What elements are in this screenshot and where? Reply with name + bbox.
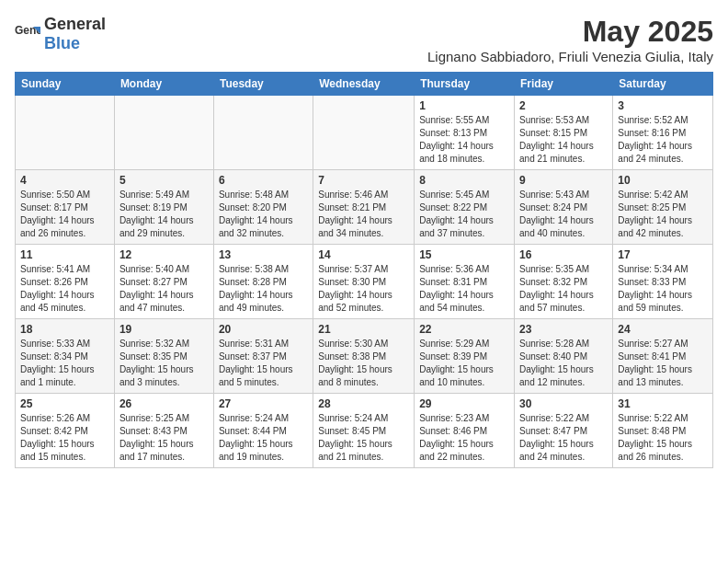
calendar-cell: 8Sunrise: 5:45 AMSunset: 8:22 PMDaylight… — [415, 170, 515, 245]
calendar-cell: 12Sunrise: 5:40 AMSunset: 8:27 PMDayligh… — [114, 245, 213, 319]
calendar-cell: 21Sunrise: 5:30 AMSunset: 8:38 PMDayligh… — [313, 319, 415, 394]
day-number: 13 — [219, 248, 308, 261]
day-info: Sunrise: 5:40 AMSunset: 8:27 PMDaylight:… — [119, 263, 209, 315]
day-info: Sunrise: 5:26 AMSunset: 8:42 PMDaylight:… — [20, 412, 109, 464]
day-info: Sunrise: 5:30 AMSunset: 8:38 PMDaylight:… — [318, 338, 409, 389]
day-number: 5 — [119, 174, 209, 187]
day-info: Sunrise: 5:22 AMSunset: 8:47 PMDaylight:… — [519, 412, 608, 464]
calendar-cell: 10Sunrise: 5:42 AMSunset: 8:25 PMDayligh… — [613, 170, 713, 245]
calendar-cell: 19Sunrise: 5:32 AMSunset: 8:35 PMDayligh… — [114, 319, 213, 394]
day-info: Sunrise: 5:49 AMSunset: 8:19 PMDaylight:… — [119, 189, 209, 240]
calendar-cell — [213, 96, 313, 170]
calendar-subtitle: Lignano Sabbiadoro, Friuli Venezia Giuli… — [427, 49, 713, 64]
day-number: 24 — [618, 323, 708, 336]
day-info: Sunrise: 5:25 AMSunset: 8:43 PMDaylight:… — [119, 412, 209, 464]
day-number: 1 — [419, 99, 509, 112]
calendar-cell: 13Sunrise: 5:38 AMSunset: 8:28 PMDayligh… — [213, 245, 313, 319]
calendar-cell: 17Sunrise: 5:34 AMSunset: 8:33 PMDayligh… — [613, 245, 713, 319]
calendar-cell: 11Sunrise: 5:41 AMSunset: 8:26 PMDayligh… — [16, 245, 115, 319]
day-number: 31 — [618, 397, 708, 410]
day-info: Sunrise: 5:41 AMSunset: 8:26 PMDaylight:… — [20, 263, 109, 315]
calendar-cell: 3Sunrise: 5:52 AMSunset: 8:16 PMDaylight… — [613, 96, 713, 170]
calendar-cell: 2Sunrise: 5:53 AMSunset: 8:15 PMDaylight… — [515, 96, 613, 170]
calendar-cell — [114, 96, 213, 170]
day-info: Sunrise: 5:23 AMSunset: 8:46 PMDaylight:… — [419, 412, 509, 464]
calendar-cell: 28Sunrise: 5:24 AMSunset: 8:45 PMDayligh… — [313, 394, 415, 468]
week-row-4: 18Sunrise: 5:33 AMSunset: 8:34 PMDayligh… — [16, 319, 713, 394]
title-block: May 2025 Lignano Sabbiadoro, Friuli Vene… — [427, 15, 713, 64]
calendar-cell: 6Sunrise: 5:48 AMSunset: 8:20 PMDaylight… — [213, 170, 313, 245]
day-number: 26 — [119, 397, 209, 410]
calendar-cell: 27Sunrise: 5:24 AMSunset: 8:44 PMDayligh… — [213, 394, 313, 468]
logo-general: General — [44, 15, 106, 33]
calendar-cell: 23Sunrise: 5:28 AMSunset: 8:40 PMDayligh… — [515, 319, 613, 394]
calendar-cell — [313, 96, 415, 170]
calendar-cell: 22Sunrise: 5:29 AMSunset: 8:39 PMDayligh… — [415, 319, 515, 394]
day-info: Sunrise: 5:42 AMSunset: 8:25 PMDaylight:… — [618, 189, 708, 240]
day-info: Sunrise: 5:22 AMSunset: 8:48 PMDaylight:… — [618, 412, 708, 464]
col-header-monday: Monday — [114, 73, 213, 96]
day-info: Sunrise: 5:50 AMSunset: 8:17 PMDaylight:… — [20, 189, 109, 240]
day-number: 7 — [318, 174, 409, 187]
logo-icon: General — [15, 21, 40, 47]
day-number: 30 — [519, 397, 608, 410]
calendar-cell: 25Sunrise: 5:26 AMSunset: 8:42 PMDayligh… — [16, 394, 115, 468]
day-info: Sunrise: 5:37 AMSunset: 8:30 PMDaylight:… — [318, 263, 409, 315]
week-row-3: 11Sunrise: 5:41 AMSunset: 8:26 PMDayligh… — [16, 245, 713, 319]
logo-blue: Blue — [44, 34, 80, 52]
calendar-cell: 14Sunrise: 5:37 AMSunset: 8:30 PMDayligh… — [313, 245, 415, 319]
day-info: Sunrise: 5:34 AMSunset: 8:33 PMDaylight:… — [618, 263, 708, 315]
calendar-table: SundayMondayTuesdayWednesdayThursdayFrid… — [15, 72, 713, 468]
day-number: 3 — [618, 99, 708, 112]
page-header: General General Blue May 2025 Lignano Sa… — [15, 15, 713, 64]
day-number: 12 — [119, 248, 209, 261]
day-number: 9 — [519, 174, 608, 187]
day-info: Sunrise: 5:27 AMSunset: 8:41 PMDaylight:… — [618, 338, 708, 389]
day-number: 14 — [318, 248, 409, 261]
day-number: 23 — [519, 323, 608, 336]
day-info: Sunrise: 5:48 AMSunset: 8:20 PMDaylight:… — [219, 189, 308, 240]
calendar-cell: 9Sunrise: 5:43 AMSunset: 8:24 PMDaylight… — [515, 170, 613, 245]
calendar-cell: 26Sunrise: 5:25 AMSunset: 8:43 PMDayligh… — [114, 394, 213, 468]
day-info: Sunrise: 5:29 AMSunset: 8:39 PMDaylight:… — [419, 338, 509, 389]
svg-text:General: General — [15, 24, 40, 37]
day-info: Sunrise: 5:53 AMSunset: 8:15 PMDaylight:… — [519, 114, 608, 166]
logo: General General Blue — [15, 15, 106, 53]
day-number: 25 — [20, 397, 109, 410]
col-header-friday: Friday — [515, 73, 613, 96]
day-number: 6 — [219, 174, 308, 187]
day-number: 19 — [119, 323, 209, 336]
calendar-cell: 18Sunrise: 5:33 AMSunset: 8:34 PMDayligh… — [16, 319, 115, 394]
day-info: Sunrise: 5:36 AMSunset: 8:31 PMDaylight:… — [419, 263, 509, 315]
calendar-header-row: SundayMondayTuesdayWednesdayThursdayFrid… — [16, 73, 713, 96]
calendar-cell: 15Sunrise: 5:36 AMSunset: 8:31 PMDayligh… — [415, 245, 515, 319]
day-number: 20 — [219, 323, 308, 336]
day-info: Sunrise: 5:52 AMSunset: 8:16 PMDaylight:… — [618, 114, 708, 166]
day-number: 16 — [519, 248, 608, 261]
calendar-cell: 4Sunrise: 5:50 AMSunset: 8:17 PMDaylight… — [16, 170, 115, 245]
day-number: 17 — [618, 248, 708, 261]
day-info: Sunrise: 5:38 AMSunset: 8:28 PMDaylight:… — [219, 263, 308, 315]
day-number: 11 — [20, 248, 109, 261]
calendar-cell: 31Sunrise: 5:22 AMSunset: 8:48 PMDayligh… — [613, 394, 713, 468]
day-info: Sunrise: 5:32 AMSunset: 8:35 PMDaylight:… — [119, 338, 209, 389]
day-info: Sunrise: 5:24 AMSunset: 8:45 PMDaylight:… — [318, 412, 409, 464]
day-info: Sunrise: 5:45 AMSunset: 8:22 PMDaylight:… — [419, 189, 509, 240]
col-header-thursday: Thursday — [415, 73, 515, 96]
day-number: 15 — [419, 248, 509, 261]
day-number: 22 — [419, 323, 509, 336]
calendar-cell: 30Sunrise: 5:22 AMSunset: 8:47 PMDayligh… — [515, 394, 613, 468]
calendar-cell: 1Sunrise: 5:55 AMSunset: 8:13 PMDaylight… — [415, 96, 515, 170]
day-info: Sunrise: 5:33 AMSunset: 8:34 PMDaylight:… — [20, 338, 109, 389]
day-number: 4 — [20, 174, 109, 187]
week-row-5: 25Sunrise: 5:26 AMSunset: 8:42 PMDayligh… — [16, 394, 713, 468]
calendar-cell: 7Sunrise: 5:46 AMSunset: 8:21 PMDaylight… — [313, 170, 415, 245]
week-row-1: 1Sunrise: 5:55 AMSunset: 8:13 PMDaylight… — [16, 96, 713, 170]
calendar-cell: 29Sunrise: 5:23 AMSunset: 8:46 PMDayligh… — [415, 394, 515, 468]
day-info: Sunrise: 5:35 AMSunset: 8:32 PMDaylight:… — [519, 263, 608, 315]
day-info: Sunrise: 5:46 AMSunset: 8:21 PMDaylight:… — [318, 189, 409, 240]
day-info: Sunrise: 5:55 AMSunset: 8:13 PMDaylight:… — [419, 114, 509, 166]
col-header-sunday: Sunday — [16, 73, 115, 96]
calendar-cell: 5Sunrise: 5:49 AMSunset: 8:19 PMDaylight… — [114, 170, 213, 245]
calendar-cell: 24Sunrise: 5:27 AMSunset: 8:41 PMDayligh… — [613, 319, 713, 394]
